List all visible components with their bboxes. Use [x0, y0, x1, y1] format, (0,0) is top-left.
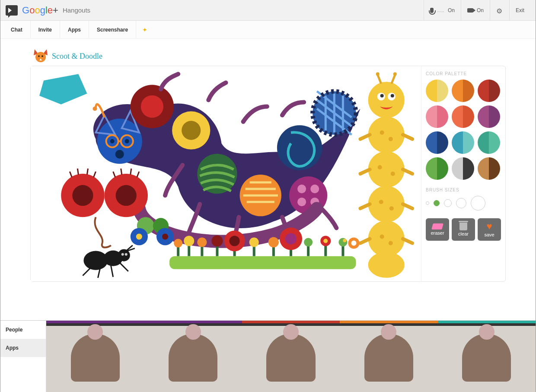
color-swatch-11[interactable] [478, 157, 500, 180]
subnav-invite[interactable]: Invite [31, 21, 60, 39]
color-swatch-0[interactable] [426, 80, 448, 102]
camera-toggle[interactable]: On [461, 0, 490, 21]
svg-point-34 [368, 220, 405, 257]
svg-point-31 [368, 117, 405, 153]
svg-point-103 [249, 237, 259, 247]
svg-point-39 [389, 137, 393, 141]
svg-point-45 [389, 241, 393, 245]
color-palette [426, 80, 501, 180]
svg-point-38 [380, 131, 384, 135]
svg-point-30 [368, 82, 405, 118]
svg-point-42 [379, 200, 383, 204]
brush-size-0[interactable] [426, 201, 429, 205]
svg-point-2 [41, 55, 43, 57]
svg-point-113 [351, 241, 356, 246]
svg-point-110 [338, 238, 347, 246]
color-swatch-7[interactable] [452, 131, 474, 154]
participant-thumb-1[interactable] [144, 321, 242, 392]
hangouts-logo-icon [6, 5, 18, 16]
svg-rect-85 [169, 256, 356, 269]
heart-icon: ♥ [486, 222, 492, 231]
color-swatch-4[interactable] [452, 105, 474, 128]
svg-point-83 [121, 253, 124, 256]
exit-button[interactable]: Exit [509, 0, 530, 21]
mic-status: On [448, 7, 455, 13]
participant-filmstrip [46, 321, 536, 392]
participant-thumb-4[interactable] [438, 321, 536, 392]
drawing-canvas[interactable] [31, 66, 421, 281]
trash-icon [459, 223, 467, 230]
svg-point-104 [268, 237, 279, 247]
brush-size-2[interactable] [444, 199, 452, 207]
svg-point-24 [297, 185, 306, 193]
brush-sizes [426, 196, 501, 210]
svg-point-43 [389, 206, 394, 210]
svg-point-1 [38, 55, 40, 57]
eraser-button[interactable]: eraser [426, 218, 449, 241]
eraser-label: eraser [431, 230, 444, 236]
svg-line-71 [121, 169, 122, 175]
subnav-screenshare[interactable]: Screenshare [89, 21, 136, 39]
svg-point-0 [35, 52, 46, 62]
bottom-tab-people[interactable]: People [0, 321, 46, 339]
app-stage: Scoot & Doodle [0, 39, 536, 320]
app-title: Scoot & Doodle [52, 52, 102, 61]
camera-status: On [477, 7, 484, 13]
svg-point-35 [368, 252, 405, 278]
svg-line-72 [131, 169, 131, 175]
brush-size-3[interactable] [456, 198, 466, 208]
svg-point-77 [136, 233, 142, 239]
color-swatch-1[interactable] [452, 80, 474, 102]
product-name: Hangouts [63, 6, 90, 14]
bottom-sidebar: People Apps [0, 321, 46, 392]
save-button[interactable]: ♥ save [478, 218, 501, 241]
scoot-doodle-fox-icon [32, 48, 49, 65]
svg-line-68 [87, 169, 88, 175]
subnav-chat[interactable]: Chat [3, 21, 31, 39]
svg-point-25 [310, 185, 319, 193]
participant-thumb-3[interactable] [340, 321, 437, 392]
svg-point-15 [182, 121, 201, 140]
svg-point-100 [211, 235, 223, 246]
participant-thumb-2[interactable] [242, 321, 340, 392]
svg-point-109 [323, 239, 328, 243]
camera-icon [467, 8, 473, 13]
svg-point-11 [93, 106, 97, 111]
brush-size-1[interactable] [434, 200, 440, 206]
mic-prefix: ..... [437, 7, 444, 13]
participant-thumb-0[interactable] [46, 321, 144, 392]
brush-size-4[interactable] [471, 196, 485, 210]
mic-toggle[interactable]: ..... On [424, 0, 461, 21]
color-swatch-5[interactable] [478, 105, 500, 128]
svg-point-32 [368, 151, 405, 188]
tools-panel: COLOR PALETTE BRUSH SIZES eraser clear [421, 66, 505, 281]
settings-button[interactable]: ⚙ [490, 0, 509, 21]
svg-line-67 [77, 169, 78, 175]
svg-point-48 [380, 94, 384, 97]
google-plus-logo: Google+ [22, 5, 58, 16]
svg-point-13 [141, 95, 163, 118]
clear-button[interactable]: clear [452, 218, 475, 241]
svg-point-63 [72, 185, 93, 206]
participants-strip: People Apps [0, 320, 536, 392]
svg-point-97 [174, 239, 182, 248]
svg-point-9 [125, 139, 129, 143]
subnav-apps[interactable]: Apps [60, 21, 89, 39]
effects-button[interactable]: ✦ [136, 26, 153, 33]
gear-icon: ⚙ [496, 7, 503, 14]
svg-point-65 [116, 185, 137, 206]
svg-point-10 [115, 150, 124, 159]
color-swatch-3[interactable] [426, 105, 448, 128]
microphone-icon [430, 8, 434, 13]
svg-point-99 [197, 237, 207, 247]
svg-point-107 [304, 238, 313, 246]
color-swatch-10[interactable] [452, 157, 474, 180]
svg-point-49 [391, 94, 394, 97]
svg-point-33 [368, 186, 405, 222]
color-swatch-2[interactable] [478, 80, 500, 102]
svg-point-59 [376, 72, 380, 76]
color-swatch-6[interactable] [426, 131, 448, 154]
color-swatch-9[interactable] [426, 157, 448, 180]
bottom-tab-apps[interactable]: Apps [0, 339, 46, 357]
color-swatch-8[interactable] [478, 131, 500, 154]
